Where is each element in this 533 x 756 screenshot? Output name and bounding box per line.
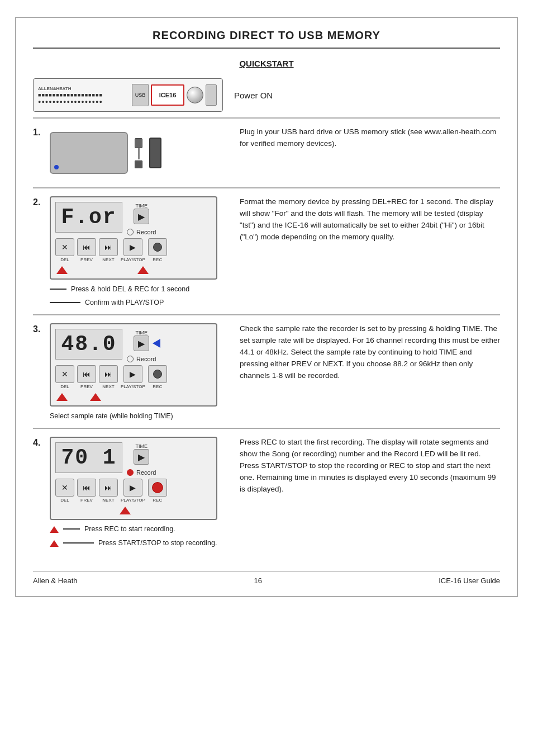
note2-line1: Press & hold DEL & REC for 1 second: [50, 285, 229, 293]
record-indicator-2: Record: [127, 229, 156, 235]
step-1-text: Plug in your USB hard drive or USB memor…: [229, 126, 500, 150]
record-circle-2: [127, 229, 134, 235]
mixer-diagram-power: ALLEN&HEATH ■■■■■■■■■■■■■■■■■■ ●●●●●●●●●…: [33, 78, 223, 112]
record-indicator-3: Record: [127, 356, 156, 362]
next-button-2[interactable]: ⏭: [99, 238, 118, 256]
note2-dash1: [50, 289, 66, 290]
step-1-num: 1.: [33, 126, 50, 138]
transport-row-4: ✕ DEL ⏮ PREV ⏭ NEXT ▶ PLAY/STOP: [55, 479, 212, 503]
page-container: RECORDING DIRECT TO USB MEMORY QUICKSTAR…: [15, 17, 518, 597]
step-2-row: 2. F.or TIME ▶ Record: [33, 187, 500, 314]
step4-notes: Press REC to start recording. Press STAR…: [50, 522, 229, 547]
time-label-2: TIME: [135, 203, 147, 209]
step-4-num: 4.: [33, 437, 50, 448]
note4-text2: Press START/STOP to stop recording.: [98, 539, 217, 547]
rec-button-4[interactable]: [148, 479, 167, 497]
prev-button-4[interactable]: ⏮: [77, 479, 96, 497]
note2-text1: Press & hold DEL & REC for 1 second: [71, 285, 189, 293]
record-circle-4: [127, 469, 134, 476]
next-button-4[interactable]: ⏭: [99, 479, 118, 497]
hdd-box: [50, 132, 128, 174]
footer: Allen & Heath 16 ICE-16 User Guide: [33, 571, 500, 585]
note4-arrow2: [50, 540, 59, 547]
step2-display: F.or: [55, 202, 122, 233]
note2-line2: Confirm with PLAY/STOP: [50, 299, 229, 306]
step-3-text: Check the sample rate the recorder is se…: [229, 323, 500, 382]
del-arrow-2: [56, 266, 68, 274]
note4-dash1: [63, 528, 80, 530]
next-button-3[interactable]: ⏭: [99, 365, 118, 383]
recorder-panel-4: 70 1 TIME ▶ Record ✕ DEL: [50, 437, 217, 520]
note4-text1: Press REC to start recording.: [84, 525, 175, 533]
record-circle-3: [127, 356, 134, 362]
step-4-diagram: 70 1 TIME ▶ Record ✕ DEL: [50, 437, 229, 547]
step-2-diagram: F.or TIME ▶ Record ✕ DEL: [50, 196, 229, 306]
step-3-diagram: 48.0 TIME ▶ Record: [50, 323, 229, 420]
recorder-panel-2: F.or TIME ▶ Record ✕ DEL: [50, 196, 217, 280]
playstop-button-2[interactable]: ▶: [123, 238, 142, 256]
step-2-num: 2.: [33, 196, 50, 207]
del-arrow-3: [56, 393, 68, 401]
del-button-2[interactable]: ✕: [55, 238, 74, 256]
step-1-row: 1. Plug in your USB hard drive or USB me…: [33, 117, 500, 187]
step-2-text: Format the memory device by pressing DEL…: [229, 196, 500, 243]
rec-arrow-4: [120, 507, 131, 514]
record-label-2: Record: [136, 229, 156, 235]
del-button-4[interactable]: ✕: [55, 479, 74, 497]
prev-button-3[interactable]: ⏮: [77, 365, 96, 383]
playstop-button-3[interactable]: ▶: [123, 365, 142, 383]
time-arrow-3: [153, 339, 160, 348]
arrows-row-3: [55, 391, 212, 401]
step-3-row: 3. 48.0 TIME ▶: [33, 314, 500, 428]
rec-circle-btn-4: [152, 482, 163, 493]
playstop-button-4[interactable]: ▶: [123, 479, 142, 497]
step3-notes: Select sample rate (while holding TIME): [50, 410, 229, 420]
hdd-led: [54, 165, 59, 169]
footer-page: 16: [254, 577, 262, 585]
section-title: QUICKSTART: [33, 59, 500, 68]
transport-row-2: ✕ DEL ⏮ PREV ⏭ NEXT ▶ PLAY/STOP: [55, 238, 212, 262]
recorder-panel-3: 48.0 TIME ▶ Record: [50, 323, 217, 407]
note3-line1: Select sample rate (while holding TIME): [50, 412, 229, 420]
step-1-diagram: [50, 126, 229, 179]
record-label-4: Record: [136, 469, 156, 476]
step-4-row: 4. 70 1 TIME ▶ Record: [33, 428, 500, 555]
time-button-3[interactable]: ▶: [134, 336, 149, 351]
rec-button-3[interactable]: [148, 365, 167, 383]
arrows-row-2: [55, 264, 212, 274]
step-4-text: Press REC to start the first recording. …: [229, 437, 500, 495]
time-label-4: TIME: [135, 443, 147, 449]
prev-arrow-3: [90, 393, 101, 401]
power-on-row: ALLEN&HEATH ■■■■■■■■■■■■■■■■■■ ●●●●●●●●●…: [33, 78, 500, 112]
prev-button-2[interactable]: ⏮: [77, 238, 96, 256]
step-3-num: 3.: [33, 323, 50, 334]
note4-line1: Press REC to start recording.: [50, 525, 229, 533]
footer-brand: Allen & Heath: [33, 577, 78, 585]
time-button-4[interactable]: ▶: [134, 449, 149, 465]
time-button-2[interactable]: ▶: [134, 209, 149, 224]
usb-stick: [149, 138, 161, 168]
step2-notes: Press & hold DEL & REC for 1 second Conf…: [50, 283, 229, 306]
note2-text2: Confirm with PLAY/STOP: [85, 299, 164, 306]
step4-display: 70 1: [55, 442, 122, 473]
footer-product: ICE-16 User Guide: [439, 577, 500, 585]
note4-arrow1: [50, 526, 59, 533]
record-label-3: Record: [136, 356, 156, 362]
rec-arrow-2: [137, 266, 149, 274]
time-label-3: TIME: [135, 330, 147, 336]
page-title: RECORDING DIRECT TO USB MEMORY: [33, 29, 500, 49]
transport-row-3: ✕ DEL ⏮ PREV ⏭ NEXT ▶ PLAY/STOP: [55, 365, 212, 389]
rec-button-2[interactable]: [148, 238, 167, 256]
power-on-text: Power ON: [234, 91, 273, 100]
record-indicator-4: Record: [127, 469, 156, 476]
note4-line2: Press START/STOP to stop recording.: [50, 538, 229, 547]
note2-dash2: [50, 302, 80, 303]
note3-text1: Select sample rate (while holding TIME): [50, 412, 173, 420]
note4-dash2: [63, 542, 94, 544]
step3-display: 48.0: [55, 329, 122, 360]
del-button-3[interactable]: ✕: [55, 365, 74, 383]
arrows-row-4: [55, 505, 212, 514]
